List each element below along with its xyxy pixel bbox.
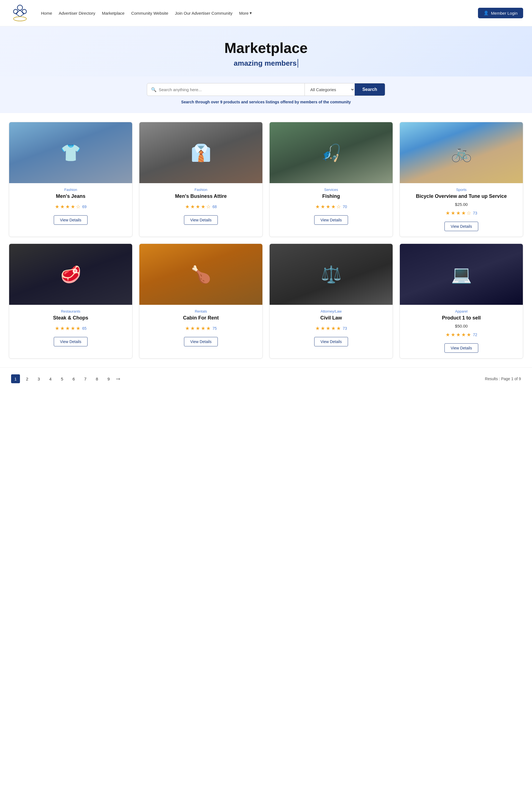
card-price: $25.00 [455, 202, 468, 207]
nav-community-website[interactable]: Community Website [131, 11, 168, 16]
svg-point-1 [14, 9, 18, 14]
view-details-button[interactable]: View Details [314, 337, 348, 346]
star-icon: ★ [461, 332, 466, 338]
product-image: 👕 [9, 122, 132, 183]
star-icon: ★ [456, 332, 460, 338]
star-icon: ★ [190, 325, 195, 331]
star-icon: ★ [445, 332, 450, 338]
hero-section: Marketplace amazing members [0, 26, 532, 76]
product-card-mens-jeans: 👕 Fashion Men's Jeans ★★★★☆ 69 View Deta… [9, 122, 132, 237]
star-icon: ☆ [467, 210, 471, 216]
star-icon: ★ [206, 325, 211, 331]
product-image: 🚲 [400, 122, 523, 183]
product-image: 🥩 [9, 244, 132, 305]
card-stars: ★★★★☆ 70 [315, 204, 347, 210]
product-card-civil-law: ⚖️ Attorney/Law Civil Law ★★★★★ 73 View … [269, 244, 393, 359]
view-details-button[interactable]: View Details [314, 215, 348, 225]
nav-home[interactable]: Home [41, 11, 52, 16]
page-number-9[interactable]: 9 [104, 374, 113, 383]
products-grid: 👕 Fashion Men's Jeans ★★★★☆ 69 View Deta… [0, 113, 532, 367]
member-login-button[interactable]: 👤 Member Login [478, 8, 523, 18]
star-icon: ★ [331, 325, 336, 331]
card-body: Apparel Product 1 to sell $50.00 ★★★★★ 7… [400, 305, 523, 358]
star-icon: ★ [467, 332, 471, 338]
search-input[interactable] [159, 87, 301, 92]
product-image: 💻 [400, 244, 523, 305]
star-icon: ★ [71, 204, 75, 210]
card-category: Fashion [64, 188, 77, 192]
card-category: Sports [456, 188, 467, 192]
nav-marketplace[interactable]: Marketplace [102, 11, 125, 16]
review-count: 73 [343, 326, 347, 331]
page-number-7[interactable]: 7 [81, 374, 90, 383]
card-stars: ★★★★★ 73 [315, 325, 347, 331]
page-number-8[interactable]: 8 [93, 374, 101, 383]
review-count: 75 [212, 326, 217, 331]
card-body: Restaurants Steak & Chops ★★★★★ 65 View … [9, 305, 132, 358]
svg-line-6 [20, 14, 24, 17]
person-icon: 👤 [483, 11, 489, 16]
review-count: 65 [82, 326, 87, 331]
view-details-button[interactable]: View Details [54, 215, 88, 225]
search-button[interactable]: Search [355, 83, 385, 96]
star-icon: ★ [326, 325, 330, 331]
card-title: Civil Law [320, 315, 342, 321]
page-number-5[interactable]: 5 [58, 374, 66, 383]
star-icon: ★ [60, 204, 64, 210]
nav-more[interactable]: More ▾ [239, 11, 252, 16]
svg-point-0 [17, 5, 23, 10]
view-details-button[interactable]: View Details [184, 337, 218, 346]
star-icon: ★ [331, 204, 336, 210]
page-number-3[interactable]: 3 [34, 374, 43, 383]
svg-line-5 [16, 14, 20, 17]
view-details-button[interactable]: View Details [184, 215, 218, 225]
star-icon: ★ [451, 210, 455, 216]
card-stars: ★★★★☆ 73 [445, 210, 477, 216]
card-title: Men's Jeans [56, 193, 86, 199]
card-stars: ★★★★★ 65 [55, 325, 87, 331]
card-category: Attorney/Law [321, 309, 342, 313]
star-icon: ★ [456, 210, 460, 216]
star-icon: ★ [190, 204, 195, 210]
next-page-arrow[interactable]: ➞ [116, 375, 120, 382]
star-icon: ★ [321, 204, 325, 210]
view-details-button[interactable]: View Details [54, 337, 88, 346]
nav-join-advertiser[interactable]: Join Our Advertiser Community [175, 11, 232, 16]
star-icon: ☆ [336, 204, 341, 210]
star-icon: ☆ [76, 204, 80, 210]
star-icon: ★ [65, 204, 70, 210]
star-icon: ★ [55, 204, 59, 210]
card-stars: ★★★★☆ 68 [185, 204, 217, 210]
product-card-cabin-for-rent: 🍗 Rentals Cabin For Rent ★★★★★ 75 View D… [139, 244, 263, 359]
logo[interactable] [9, 3, 31, 23]
star-icon: ★ [461, 210, 466, 216]
search-icon: 🔍 [151, 87, 156, 92]
view-details-button[interactable]: View Details [444, 222, 478, 231]
star-icon: ★ [201, 325, 205, 331]
search-section: 🔍 All CategoriesFashionSportsServicesRes… [0, 76, 532, 113]
star-icon: ★ [451, 332, 455, 338]
star-icon: ★ [196, 204, 200, 210]
category-select[interactable]: All CategoriesFashionSportsServicesResta… [305, 83, 355, 96]
svg-point-2 [22, 9, 26, 14]
page-number-2[interactable]: 2 [23, 374, 32, 383]
star-icon: ★ [321, 325, 325, 331]
star-icon: ★ [336, 325, 341, 331]
nav-links: Home Advertiser Directory Marketplace Co… [41, 11, 471, 16]
nav-advertiser-directory[interactable]: Advertiser Directory [59, 11, 95, 16]
card-stars: ★★★★★ 72 [445, 332, 477, 338]
page-number-6[interactable]: 6 [69, 374, 78, 383]
star-icon: ★ [185, 325, 190, 331]
review-count: 70 [343, 205, 347, 209]
view-details-button[interactable]: View Details [444, 343, 478, 353]
page-number-1[interactable]: 1 [11, 374, 20, 383]
svg-point-7 [14, 17, 26, 21]
hero-title: Marketplace [5, 40, 527, 56]
page-number-4[interactable]: 4 [46, 374, 55, 383]
star-icon: ★ [71, 325, 75, 331]
card-title: Men's Business Attire [175, 193, 227, 199]
card-price: $50.00 [455, 324, 468, 328]
card-category: Apparel [455, 309, 468, 313]
card-body: Fashion Men's Business Attire ★★★★☆ 68 V… [139, 183, 262, 237]
product-card-product-to-sell: 💻 Apparel Product 1 to sell $50.00 ★★★★★… [400, 244, 523, 359]
